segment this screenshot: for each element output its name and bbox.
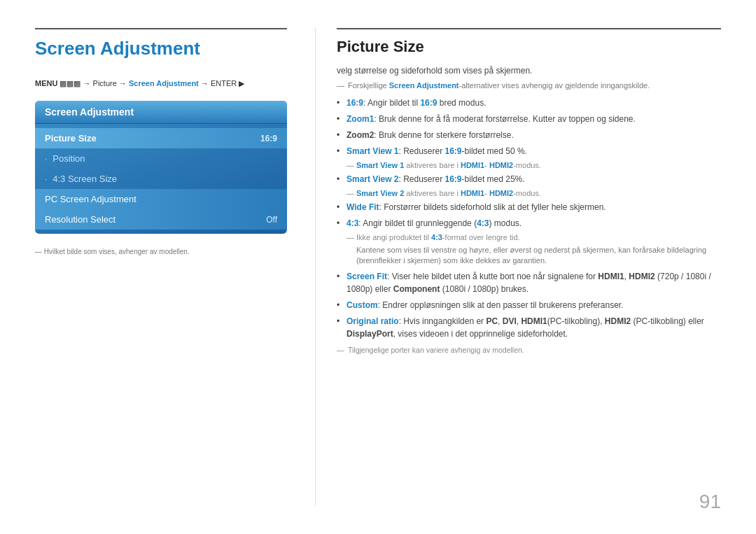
menu-items: Picture Size 16:9 · Position · 4:3 Scree… <box>35 124 287 234</box>
menu-item-label: Resolution Select <box>45 214 115 225</box>
list-item: 16:9: Angir bildet til 16:9 bred modus. <box>337 97 721 109</box>
menu-item-label: PC Screen Adjustment <box>45 194 136 204</box>
sub-note: Smart View 1 aktiveres bare i HDMI1- HDM… <box>337 161 721 169</box>
screen-adjustment-link: Screen Adjustment <box>129 79 199 87</box>
menu-path: MENU ▩▩▩ → Picture → Screen Adjustment →… <box>35 79 287 88</box>
menu-item-label: Picture Size <box>45 133 97 143</box>
sub-note: Smart View 2 aktiveres bare i HDMI1- HDM… <box>337 189 721 197</box>
intro-text: velg størrelse og sideforhold som vises … <box>337 66 721 76</box>
right-title: Picture Size <box>337 28 721 56</box>
list-item: Zoom2: Bruk denne for sterkere forstørre… <box>337 129 721 141</box>
menu-item-label: · 4:3 Screen Size <box>45 174 117 184</box>
menu-item-picture-size[interactable]: Picture Size 16:9 <box>35 128 287 148</box>
menu-box: Screen Adjustment Picture Size 16:9 · Po… <box>35 101 287 234</box>
section-title: Screen Adjustment <box>35 28 287 65</box>
list-item: Custom: Endrer oppløsningen slik at den … <box>337 299 721 311</box>
menu-keyword: MENU <box>35 79 57 87</box>
bottom-note: Tilgjengelige porter kan variere avhengi… <box>337 346 721 354</box>
list-item: 4:3: Angir bildet til grunnleggende (4:3… <box>337 217 721 230</box>
menu-item-43-screen[interactable]: · 4:3 Screen Size <box>35 169 287 189</box>
menu-item-value: 16:9 <box>260 134 277 143</box>
menu-item-position[interactable]: · Position <box>35 148 287 169</box>
menu-separator: ▩▩▩ → Picture → <box>59 79 128 87</box>
note-line: Forskjellige Screen Adjustment-alternati… <box>337 81 721 90</box>
page-number: 91 <box>699 491 721 513</box>
menu-path-text: MENU ▩▩▩ → Picture → Screen Adjustment →… <box>35 79 244 88</box>
menu-item-label: · Position <box>45 153 85 164</box>
list-item: Smart View 1: Reduserer 16:9-bildet med … <box>337 145 721 157</box>
menu-box-header: Screen Adjustment <box>35 101 287 124</box>
list-item: Wide Fit: Forstørrer bildets sideforhold… <box>337 201 721 213</box>
menu-item-pc-screen[interactable]: PC Screen Adjustment <box>35 189 287 209</box>
warning-note: Kantene som vises til venstre og høyre, … <box>337 245 721 267</box>
left-column: Screen Adjustment MENU ▩▩▩ → Picture → S… <box>35 28 315 506</box>
footnote: Hvilket bilde som vises, avhenger av mod… <box>35 248 287 255</box>
list-item: Smart View 2: Reduserer 16:9-bildet med … <box>337 173 721 185</box>
bullet-list: 16:9: Angir bildet til 16:9 bred modus. … <box>337 97 721 354</box>
right-column: Picture Size velg størrelse og sideforho… <box>315 28 721 506</box>
list-item: Original ratio: Hvis inngangkilden er PC… <box>337 315 721 340</box>
list-item: Zoom1: Bruk denne for å få moderat forst… <box>337 113 721 125</box>
menu-enter: → ENTER ▶ <box>201 79 244 87</box>
menu-item-resolution[interactable]: Resolution Select Off <box>35 209 287 230</box>
list-item: Screen Fit: Viser hele bildet uten å kut… <box>337 270 721 295</box>
menu-item-value: Off <box>266 215 277 225</box>
sub-note: Ikke angi produktet til 4:3-format over … <box>337 233 721 241</box>
